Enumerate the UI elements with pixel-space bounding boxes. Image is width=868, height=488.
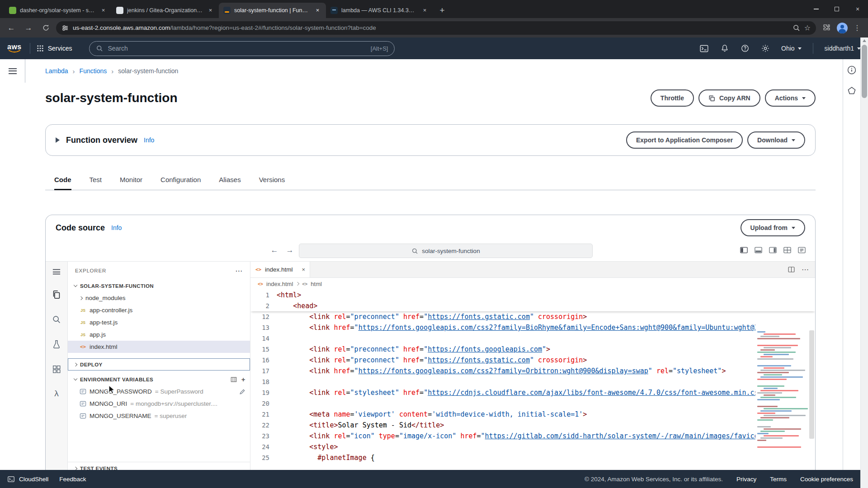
zoom-icon[interactable]: [793, 24, 800, 32]
amazon-q-icon[interactable]: [847, 86, 856, 95]
actions-button[interactable]: Actions: [765, 89, 816, 107]
browser-tab[interactable]: lambda — AWS CLI 1.34.31 Com×: [326, 3, 433, 18]
layout-right-icon[interactable]: [769, 246, 777, 254]
line-number: 15: [250, 344, 277, 355]
extensions-puzzle-icon[interactable]: [822, 23, 831, 32]
side-nav-toggle[interactable]: [0, 59, 25, 83]
help-icon[interactable]: [741, 44, 750, 53]
minimap[interactable]: [757, 331, 808, 449]
tab-close-icon[interactable]: ×: [314, 7, 321, 14]
function-overview-info-link[interactable]: Info: [144, 136, 154, 144]
browser-menu-icon[interactable]: ⋮: [854, 23, 861, 32]
download-button[interactable]: Download: [747, 131, 805, 149]
file-app-test.js[interactable]: JSapp-test.js: [68, 316, 250, 328]
editor-forward-button[interactable]: →: [283, 244, 296, 257]
file-app-controller.js[interactable]: JSapp-controller.js: [68, 304, 250, 316]
editor-menu-icon[interactable]: [53, 269, 60, 275]
extensions-blocks-icon[interactable]: [52, 364, 61, 374]
split-editor-icon[interactable]: [788, 266, 795, 273]
file-app.js[interactable]: JSapp.js: [68, 328, 250, 341]
window-maximize-button[interactable]: [826, 0, 847, 18]
section-deploy[interactable]: DEPLOY: [68, 358, 250, 371]
browser-tab[interactable]: dasher-org/solar-system - solar×: [5, 3, 112, 18]
layout-fullscreen-icon[interactable]: [797, 246, 806, 254]
region-selector[interactable]: Ohio: [781, 45, 802, 52]
footer-link-privacy[interactable]: Privacy: [736, 476, 756, 483]
export-composer-button[interactable]: Export to Application Composer: [626, 131, 743, 149]
browser-tab[interactable]: jenkins / Gitea-Organization/so×: [112, 3, 219, 18]
editor-back-button[interactable]: ←: [268, 244, 281, 257]
services-button[interactable]: Services: [37, 45, 72, 52]
tab-aliases[interactable]: Aliases: [210, 171, 250, 190]
browser-back-button[interactable]: ←: [5, 21, 18, 35]
file-node_modules[interactable]: node_modules: [68, 292, 250, 304]
breadcrumb-element[interactable]: html: [311, 281, 322, 287]
editor-scrollbar-thumb[interactable]: [809, 330, 814, 439]
tab-close-icon[interactable]: ×: [421, 7, 429, 14]
account-menu[interactable]: siddharth1: [825, 45, 861, 52]
code-editor[interactable]: 1<html>2 <head> 12 <link rel="preconnect…: [250, 290, 815, 471]
expand-triangle-icon[interactable]: [56, 137, 60, 143]
breadcrumb-file[interactable]: index.html: [266, 281, 293, 287]
footer-link-cookie-preferences[interactable]: Cookie preferences: [800, 476, 853, 483]
env-var-row[interactable]: MONGO_USERNAME= superuser: [68, 410, 250, 422]
bookmark-star-icon[interactable]: ☆: [804, 23, 811, 32]
cloudshell-button[interactable]: CloudShell: [7, 475, 48, 483]
explorer-files-icon[interactable]: [52, 290, 61, 300]
settings-gear-icon[interactable]: [761, 44, 770, 53]
tab-versions[interactable]: Versions: [250, 171, 294, 190]
new-tab-button[interactable]: +: [436, 4, 448, 17]
scrollbar-thumb[interactable]: [862, 45, 867, 98]
breadcrumb-link[interactable]: Functions: [80, 67, 107, 75]
explorer-more-icon[interactable]: ⋯: [235, 267, 243, 275]
address-bar[interactable]: us-east-2.console.aws.amazon.com/lambda/…: [56, 21, 816, 35]
table-view-icon[interactable]: [231, 376, 237, 383]
footer-link-terms[interactable]: Terms: [770, 476, 787, 483]
tab-close-icon[interactable]: ×: [302, 266, 305, 273]
tab-code[interactable]: Code: [45, 171, 80, 190]
editor-search-bar[interactable]: solar-system-function: [299, 244, 593, 258]
section-environment-variables[interactable]: ENVIRONMENT VARIABLES +: [68, 373, 250, 385]
function-overview-title: Function overview: [66, 136, 137, 145]
add-env-var-icon[interactable]: +: [241, 376, 245, 383]
url-text[interactable]: us-east-2.console.aws.amazon.com/lambda/…: [73, 24, 788, 31]
tab-test[interactable]: Test: [80, 171, 111, 190]
info-icon[interactable]: [847, 66, 856, 75]
aws-logo[interactable]: aws: [7, 44, 22, 53]
breadcrumb-link[interactable]: Lambda: [45, 67, 68, 75]
layout-bottom-icon[interactable]: [754, 246, 763, 254]
browser-profile-avatar[interactable]: [837, 23, 848, 33]
testing-flask-icon[interactable]: [52, 339, 61, 349]
layout-left-icon[interactable]: [740, 246, 748, 254]
search-icon[interactable]: [52, 314, 61, 324]
layout-grid-icon[interactable]: [783, 246, 792, 254]
tab-configuration[interactable]: Configuration: [151, 171, 210, 190]
notifications-bell-icon[interactable]: [720, 44, 729, 53]
page-scrollbar[interactable]: [860, 38, 868, 488]
tab-close-icon[interactable]: ×: [207, 7, 214, 14]
code-source-info-link[interactable]: Info: [111, 224, 122, 231]
aws-lambda-icon[interactable]: λ: [54, 389, 59, 398]
browser-tab[interactable]: solar-system-function | Function×: [219, 3, 326, 18]
copy-arn-button[interactable]: Copy ARN: [698, 89, 760, 107]
feedback-button[interactable]: Feedback: [59, 476, 86, 483]
edit-pencil-icon[interactable]: [239, 389, 245, 395]
tab-monitor[interactable]: Monitor: [111, 171, 151, 190]
aws-search-bar[interactable]: Search [Alt+S]: [89, 41, 395, 56]
env-var-row[interactable]: MONGO_URI= mongodb+srv://supercluster...…: [68, 398, 250, 410]
tab-close-icon[interactable]: ×: [99, 7, 107, 14]
file-index.html[interactable]: <>index.html: [68, 341, 250, 353]
upload-from-button[interactable]: Upload from: [741, 219, 805, 236]
editor-more-icon[interactable]: ⋯: [802, 265, 809, 274]
browser-forward-button[interactable]: →: [22, 21, 35, 35]
cloudshell-terminal-icon[interactable]: [699, 44, 709, 53]
browser-reload-button[interactable]: [39, 21, 52, 35]
window-close-button[interactable]: ×: [847, 0, 868, 18]
explorer-root-folder[interactable]: SOLAR-SYSTEM-FUNCTION: [68, 280, 250, 292]
editor-tab-index-html[interactable]: <> index.html ×: [250, 262, 310, 277]
throttle-button[interactable]: Throttle: [651, 89, 694, 107]
site-settings-icon[interactable]: [61, 24, 69, 32]
scrollbar-up-arrow[interactable]: [863, 39, 866, 42]
env-var-row[interactable]: MONGO_PASSWORD= SuperPassword: [68, 385, 250, 398]
window-minimize-button[interactable]: [806, 0, 826, 18]
